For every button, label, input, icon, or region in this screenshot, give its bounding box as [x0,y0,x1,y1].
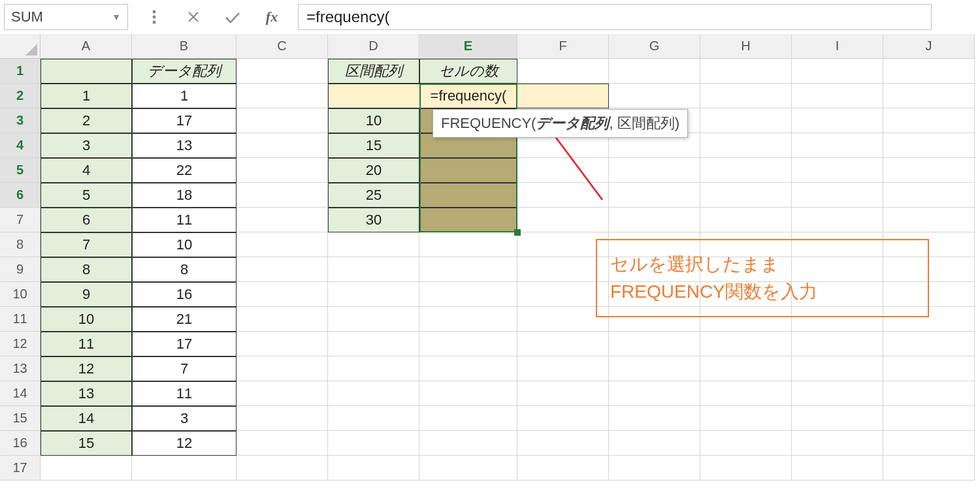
data-B13[interactable]: 7 [132,356,237,381]
cell-I1[interactable] [792,59,883,84]
name-box[interactable]: SUM ▼ [4,4,128,30]
cell-E8[interactable] [419,232,517,257]
cell-C1[interactable] [237,59,328,84]
col-header-G[interactable]: G [609,34,700,59]
row-header-16[interactable]: 16 [0,431,41,456]
cell-H16[interactable] [700,431,792,456]
cell-I7[interactable] [792,208,883,232]
cell-C13[interactable] [237,356,328,381]
cell-H5[interactable] [700,158,792,183]
rowidx-6[interactable]: 5 [41,183,132,208]
cell-C17[interactable] [237,456,328,481]
cell-G7[interactable] [609,208,700,232]
cell-I3[interactable] [792,108,883,133]
cell-C7[interactable] [237,208,328,232]
row-header-3[interactable]: 3 [0,108,41,133]
row-header-12[interactable]: 12 [0,332,41,356]
col-header-B[interactable]: B [132,34,237,59]
cell-F10[interactable] [517,282,609,307]
cell-D15[interactable] [328,406,419,431]
rowidx-16[interactable]: 15 [41,431,132,456]
rowidx-10[interactable]: 9 [41,282,132,307]
cell-H2[interactable] [700,84,792,108]
cell-H6[interactable] [700,183,792,208]
cell-C8[interactable] [237,232,328,257]
cell-I15[interactable] [792,406,883,431]
header-count[interactable]: セルの数 [419,59,517,84]
row-header-15[interactable]: 15 [0,406,41,431]
cell-G17[interactable] [609,456,700,481]
col-header-J[interactable]: J [883,34,975,59]
header-bin-array[interactable]: 区間配列 [328,59,419,84]
formula-input[interactable]: =frequency( [298,4,932,30]
row-header-2[interactable]: 2 [0,84,41,108]
cell-D17[interactable] [328,456,419,481]
data-B6[interactable]: 18 [132,183,237,208]
cell-G14[interactable] [609,381,700,406]
col-header-A[interactable]: A [41,34,132,59]
cell-I2[interactable] [792,84,883,108]
cell-G6[interactable] [609,183,700,208]
rowidx-8[interactable]: 7 [41,232,132,257]
row-header-14[interactable]: 14 [0,381,41,406]
col-header-D[interactable]: D [328,34,419,59]
col-header-F[interactable]: F [517,34,609,59]
cell-C6[interactable] [237,183,328,208]
row-header-6[interactable]: 6 [0,183,41,208]
function-tooltip[interactable]: FREQUENCY(データ配列, 区間配列) [433,109,688,138]
cell-F13[interactable] [517,356,609,381]
cell-D12[interactable] [328,332,419,356]
data-B9[interactable]: 8 [132,257,237,282]
cell-H4[interactable] [700,133,792,158]
cell-J13[interactable] [883,356,975,381]
row-header-4[interactable]: 4 [0,133,41,158]
cell-H14[interactable] [700,381,792,406]
cell-G12[interactable] [609,332,700,356]
cell-E16[interactable] [419,431,517,456]
cell-J6[interactable] [883,183,975,208]
row-header-11[interactable]: 11 [0,307,41,332]
cell-J16[interactable] [883,431,975,456]
insert-function-icon[interactable]: fx [259,4,285,30]
cell-F17[interactable] [517,456,609,481]
cell-C11[interactable] [237,307,328,332]
col-header-I[interactable]: I [792,34,883,59]
cell-I16[interactable] [792,431,883,456]
cell-E15[interactable] [419,406,517,431]
cell-A1[interactable] [41,59,132,84]
cell-D10[interactable] [328,282,419,307]
cell-D8[interactable] [328,232,419,257]
col-header-H[interactable]: H [700,34,792,59]
cell-B17[interactable] [132,456,237,481]
header-data-array[interactable]: データ配列 [132,59,237,84]
cell-G13[interactable] [609,356,700,381]
rowidx-9[interactable]: 8 [41,257,132,282]
cell-C5[interactable] [237,158,328,183]
cell-I12[interactable] [792,332,883,356]
cell-C15[interactable] [237,406,328,431]
cell-J5[interactable] [883,158,975,183]
cell-J12[interactable] [883,332,975,356]
cell-I13[interactable] [792,356,883,381]
cell-J3[interactable] [883,108,975,133]
cell-G15[interactable] [609,406,700,431]
bin-D4[interactable]: 15 [328,133,419,158]
cell-F9[interactable] [517,257,609,282]
cell-H13[interactable] [700,356,792,381]
cell-E13[interactable] [419,356,517,381]
data-B2[interactable]: 1 [132,84,237,108]
data-B3[interactable]: 17 [132,108,237,133]
rowidx-3[interactable]: 2 [41,108,132,133]
rowidx-11[interactable]: 10 [41,307,132,332]
cell-F12[interactable] [517,332,609,356]
cell-F8[interactable] [517,232,609,257]
cell-C14[interactable] [237,381,328,406]
cell-E10[interactable] [419,282,517,307]
bin-D6[interactable]: 25 [328,183,419,208]
selected-E5[interactable] [419,158,517,183]
data-B5[interactable]: 22 [132,158,237,183]
selection-fill-handle[interactable] [514,229,521,236]
cell-H12[interactable] [700,332,792,356]
rowidx-15[interactable]: 14 [41,406,132,431]
cell-H3[interactable] [700,108,792,133]
